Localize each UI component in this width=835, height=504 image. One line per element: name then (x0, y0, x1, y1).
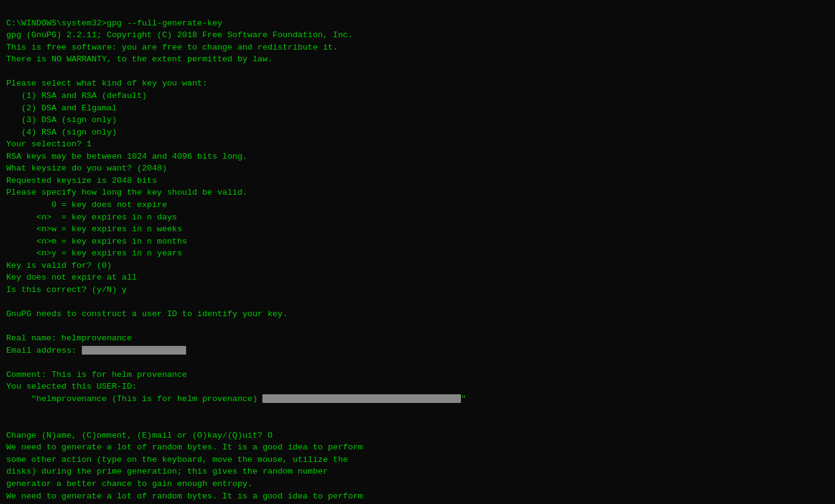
option1-line: (1) RSA and RSA (default) (6, 90, 829, 102)
realname-line: Real name: helmprovenance (6, 332, 829, 345)
option2-line: (2) DSA and Elgamal (6, 102, 829, 115)
command-line: C:\WINDOWS\system32>gpg --full-generate-… (6, 17, 829, 30)
select-key-line: Please select what kind of key you want: (6, 77, 829, 90)
days-line: <n> = key expires in n days (6, 211, 829, 224)
not-expire-line: Key does not expire at all (6, 272, 829, 284)
random-line4: generator a better chance to gain enough… (6, 478, 829, 490)
userid-value-text: "helmprovenance (This is for helm proven… (6, 394, 262, 404)
email-redacted (82, 346, 186, 355)
free-software-line1: This is free software: you are free to c… (6, 42, 829, 54)
valid-for-line: Key is valid for? (0) (6, 260, 829, 272)
warranty-line: There is NO WARRANTY, to the extent perm… (6, 53, 829, 66)
weeks-line: <n>w = key expires in n weeks (6, 223, 829, 236)
change-line: Change (N)ame, (C)omment, (E)mail or (O)… (6, 430, 829, 442)
years-line: <n>y = key expires in n years (6, 247, 829, 260)
selection-line: Your selection? 1 (6, 138, 829, 151)
email-label: Email address: (6, 346, 82, 355)
correct-line: Is this correct? (y/N) y (6, 284, 829, 296)
blank1 (6, 66, 829, 78)
random-line1: We need to generate a lot of random byte… (6, 441, 829, 454)
rsa-keys-line: RSA keys may be between 1024 and 4096 bi… (6, 151, 829, 163)
userid-close-quote: " (461, 394, 466, 404)
comment-line: Comment: This is for helm provenance (6, 369, 829, 381)
no-expire-line: 0 = key does not expire (6, 199, 829, 211)
userid-redacted (262, 394, 461, 403)
specify-validity-line: Please specify how long the key should b… (6, 187, 829, 199)
option4-line: (4) RSA (sign only) (6, 126, 829, 139)
gnupg-construct-line: GnuPG needs to construct a user ID to id… (6, 308, 829, 321)
version-line: gpg (GnuPG) 2.2.11; Copyright (C) 2018 F… (6, 29, 829, 42)
terminal-window: C:\WINDOWS\system32>gpg --full-generate-… (6, 5, 829, 504)
requested-keysize-line: Requested keysize is 2048 bits (6, 175, 829, 187)
email-line: Email address: (6, 345, 829, 357)
userid-label-line: You selected this USER-ID: (6, 381, 829, 393)
keysize-line: What keysize do you want? (2048) (6, 162, 829, 175)
random-line2: some other action (type on the keyboard,… (6, 454, 829, 466)
blank4 (6, 417, 829, 430)
random-line3: disks) during the prime generation; this… (6, 466, 829, 478)
months-line: <n>m = key expires in n months (6, 236, 829, 248)
userid-value-line: "helmprovenance (This is for helm proven… (6, 393, 829, 405)
blank2 (6, 296, 829, 309)
random-line5: We need to generate a lot of random byte… (6, 490, 829, 503)
option3-line: (3) DSA (sign only) (6, 114, 829, 126)
blank3 (6, 321, 829, 333)
